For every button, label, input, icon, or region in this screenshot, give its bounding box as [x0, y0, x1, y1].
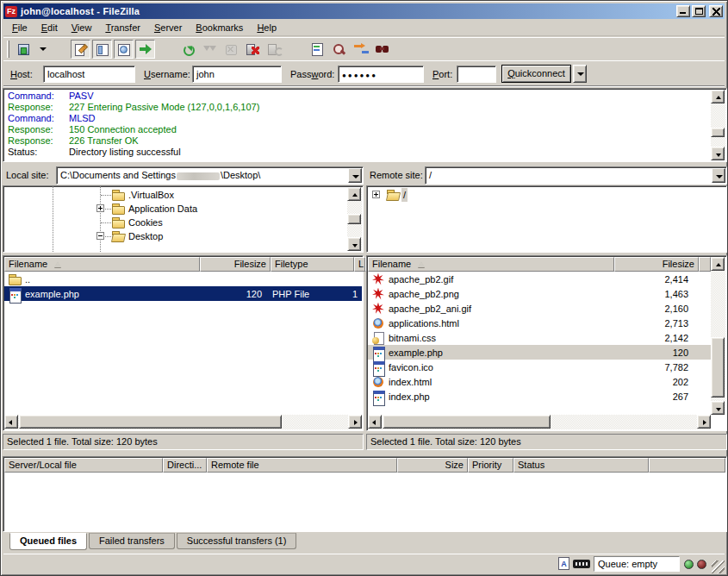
- tree-item[interactable]: .VirtualBox: [4, 188, 362, 202]
- column-header[interactable]: Status: [513, 458, 649, 473]
- scroll-up-button[interactable]: [711, 90, 725, 103]
- toolbar-button[interactable]: [71, 40, 90, 59]
- scroll-right-button[interactable]: [348, 415, 362, 429]
- chevron-down-icon[interactable]: [712, 168, 725, 183]
- remote-vscrollbar[interactable]: [711, 257, 725, 415]
- remote-site-combo[interactable]: /: [425, 166, 727, 185]
- column-header[interactable]: Filetype: [271, 257, 354, 272]
- scroll-thumb[interactable]: [383, 415, 551, 429]
- column-header[interactable]: Filesize: [614, 257, 699, 272]
- column-header[interactable]: Filename: [4, 257, 200, 272]
- toolbar-button[interactable]: [264, 40, 284, 59]
- toolbar-button[interactable]: [329, 40, 349, 59]
- tree-expander-icon[interactable]: [372, 191, 380, 198]
- ascii-transfer-type-icon[interactable]: A: [558, 557, 569, 570]
- tree-expander-icon[interactable]: [96, 232, 104, 240]
- file-row[interactable]: example.php 120 PHP File 1: [4, 286, 362, 301]
- tree-item-label[interactable]: /: [401, 188, 408, 202]
- toolbar-button[interactable]: [372, 40, 392, 59]
- file-row[interactable]: index.php 267: [368, 389, 711, 404]
- queue-tab[interactable]: Failed transfers: [89, 533, 175, 549]
- scroll-thumb[interactable]: [711, 337, 725, 398]
- tree-item-label[interactable]: Cookies: [127, 216, 165, 229]
- tree-item[interactable]: Desktop: [4, 229, 362, 243]
- toolbar-button[interactable]: [286, 40, 306, 59]
- toolbar-button[interactable]: [49, 40, 69, 59]
- file-row[interactable]: example.php 120: [368, 345, 711, 360]
- menu-item[interactable]: Server: [147, 21, 189, 34]
- column-header[interactable]: Remote file: [207, 458, 397, 473]
- menu-item[interactable]: View: [65, 21, 99, 34]
- file-row[interactable]: bitnami.css 2,142: [368, 330, 711, 345]
- maximize-button[interactable]: [692, 5, 706, 17]
- log-scrollbar[interactable]: [711, 90, 725, 160]
- queue-tab[interactable]: Successful transfers (1): [177, 533, 297, 549]
- toolbar-button[interactable]: [135, 40, 155, 59]
- file-row[interactable]: apache_pb2_ani.gif 2,160: [368, 301, 711, 316]
- file-row[interactable]: apache_pb2.png 1,463: [368, 286, 711, 301]
- file-row[interactable]: favicon.ico 7,782: [368, 360, 711, 374]
- local-hscrollbar[interactable]: [4, 415, 362, 429]
- quickconnect-dropdown-button[interactable]: [573, 65, 587, 83]
- column-header[interactable]: Filename: [368, 257, 614, 272]
- scroll-up-button[interactable]: [347, 187, 361, 201]
- indicator-badge-icon[interactable]: [573, 560, 590, 568]
- remote-hscrollbar[interactable]: [368, 415, 711, 429]
- resize-grip[interactable]: [712, 560, 725, 573]
- tree-item-label[interactable]: Desktop: [127, 229, 165, 243]
- menu-item[interactable]: Transfer: [98, 21, 147, 34]
- toolbar-button[interactable]: [178, 40, 198, 59]
- menu-item[interactable]: Bookmarks: [189, 21, 250, 34]
- tree-item[interactable]: /: [368, 188, 725, 202]
- toolbar-button[interactable]: [351, 40, 370, 59]
- queue-tab[interactable]: Queued files: [9, 533, 87, 550]
- scroll-down-button[interactable]: [347, 237, 361, 251]
- column-header[interactable]: Size: [397, 458, 468, 473]
- quickconnect-button[interactable]: Quickconnect: [501, 65, 571, 83]
- close-button[interactable]: [709, 5, 723, 17]
- scroll-thumb[interactable]: [347, 214, 361, 224]
- scroll-left-button[interactable]: [368, 415, 382, 429]
- toolbar-button[interactable]: [92, 40, 112, 59]
- password-input[interactable]: ●●●●●●: [338, 66, 424, 83]
- file-row[interactable]: applications.html 2,713: [368, 316, 711, 330]
- username-input[interactable]: john: [192, 66, 282, 83]
- tree-item-label[interactable]: .VirtualBox: [127, 188, 176, 202]
- scroll-down-button[interactable]: [711, 147, 725, 160]
- scroll-right-button[interactable]: [697, 415, 711, 429]
- port-input[interactable]: [457, 66, 496, 83]
- file-row[interactable]: index.html 202: [368, 374, 711, 389]
- column-header[interactable]: Directi...: [163, 458, 207, 473]
- scroll-down-button[interactable]: [711, 401, 725, 415]
- tree-item[interactable]: Application Data: [4, 202, 362, 216]
- menu-item[interactable]: Help: [250, 21, 283, 34]
- chevron-down-icon[interactable]: [348, 168, 362, 183]
- file-row[interactable]: ..: [4, 272, 362, 286]
- toolbar-button[interactable]: [200, 40, 220, 59]
- local-site-combo[interactable]: C:\Documents and Settings\Desktop\: [56, 166, 364, 185]
- toolbar-button[interactable]: [221, 40, 241, 59]
- minimize-button[interactable]: [676, 5, 690, 17]
- menu-item[interactable]: Edit: [34, 21, 65, 34]
- scroll-up-button[interactable]: [711, 257, 725, 271]
- scroll-thumb[interactable]: [19, 415, 282, 429]
- tree-item[interactable]: Cookies: [4, 216, 362, 229]
- tree-expander-icon[interactable]: [96, 204, 104, 212]
- column-header[interactable]: L: [354, 257, 365, 272]
- host-input[interactable]: localhost: [43, 66, 135, 83]
- column-header[interactable]: Priority: [468, 458, 513, 473]
- toolbar-button[interactable]: [14, 40, 34, 59]
- scroll-left-button[interactable]: [4, 415, 18, 429]
- scroll-thumb[interactable]: [711, 128, 725, 137]
- toolbar-button[interactable]: [243, 40, 263, 59]
- menu-item[interactable]: File: [5, 21, 34, 34]
- local-tree-scrollbar[interactable]: [347, 187, 362, 251]
- toolbar-button[interactable]: [114, 40, 134, 59]
- toolbar-button[interactable]: [157, 40, 177, 59]
- file-row[interactable]: apache_pb2.gif 2,414: [368, 272, 711, 286]
- tree-item-label[interactable]: Application Data: [127, 202, 199, 216]
- toolbar-button[interactable]: [308, 40, 327, 59]
- toolbar-button[interactable]: [35, 40, 47, 59]
- column-header[interactable]: Server/Local file: [4, 458, 163, 473]
- column-header[interactable]: Filesize: [200, 257, 271, 272]
